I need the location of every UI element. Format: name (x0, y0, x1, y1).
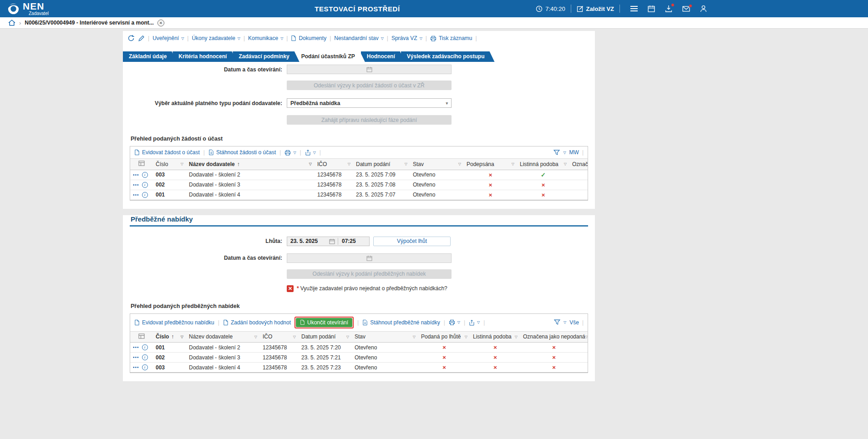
table-row[interactable]: •••i 001 Dodavatel - školení 2 12345678 … (130, 343, 588, 353)
filter-icon[interactable]: ▽ (585, 335, 588, 339)
vypocet-lhut-button[interactable]: Výpočet lhůt (373, 237, 451, 246)
filter-icon[interactable]: ▽ (309, 162, 312, 166)
calendar-button[interactable] (648, 5, 655, 12)
column-header-oznacena[interactable]: Označena jako nepodaná▽ (520, 332, 588, 343)
row-actions-icon[interactable]: ••• (133, 172, 139, 177)
export-table-button[interactable]: ▽ (469, 319, 480, 326)
filter-icon[interactable]: ▽ (405, 162, 407, 166)
menu-tisk-zaznamu[interactable]: Tisk záznamu (430, 35, 472, 41)
menu-sprava-vz[interactable]: Správa VZ▽ (391, 35, 422, 41)
profile-button[interactable] (700, 5, 707, 12)
nen-logo[interactable]: NEN Zadavatel (0, 1, 49, 16)
filter-icon[interactable]: ▽ (181, 335, 183, 339)
info-icon[interactable]: i (142, 344, 148, 350)
send-prelim-invite-button[interactable]: Odeslání výzvy k podání předběžných nabí… (287, 269, 452, 279)
messages-button[interactable] (682, 6, 690, 12)
view-selector[interactable]: Vše (569, 319, 579, 326)
filter-icon[interactable]: ▽ (293, 335, 296, 339)
filter-icon[interactable]: ▽ (181, 162, 183, 166)
filter-icon[interactable]: ▽ (564, 162, 567, 166)
breadcrumb-current[interactable]: N006/25/V00004949 - Interiérové servisní… (25, 20, 154, 26)
print-table-button[interactable]: ▽ (449, 319, 460, 325)
info-icon[interactable]: i (142, 182, 148, 188)
table-row[interactable]: •••i 001 Dodavatel - školení 4 12345678 … (130, 190, 588, 200)
info-icon[interactable]: i (142, 364, 148, 370)
column-header-cislo[interactable]: Číslo↑▽ (153, 332, 186, 343)
column-header-nazev[interactable]: Název dodavatele↑▽ (186, 159, 315, 170)
menu-nestandardni-stav[interactable]: Nestandardní stav▽ (334, 35, 384, 41)
menu-button[interactable] (630, 6, 638, 11)
evidovat-zadost-button[interactable]: Evidovat žádost o účast (134, 149, 200, 156)
filter-icon[interactable]: ▽ (348, 162, 350, 166)
chevron-down-icon[interactable]: ▽ (563, 151, 566, 155)
column-header-datum[interactable]: Datum podání▽ (299, 332, 352, 343)
row-actions-icon[interactable]: ••• (133, 345, 139, 350)
column-header-stav[interactable]: Stav▽ (410, 159, 464, 170)
column-header-listinna[interactable]: Listinná podoba▽ (517, 159, 569, 170)
info-icon[interactable]: i (142, 172, 148, 178)
home-icon[interactable] (8, 20, 15, 26)
deadline-date-input[interactable] (287, 238, 329, 244)
zalozit-vz-button[interactable]: Založit VZ (577, 5, 614, 12)
tab-hodnoceni[interactable]: Hodnocení (361, 51, 405, 62)
column-header-stav[interactable]: Stav▽ (352, 332, 418, 343)
column-header-podana[interactable]: Podaná po lhůtě▽ (418, 332, 470, 343)
filter-icon[interactable]: ▽ (413, 335, 416, 339)
tab-zadavaci-podminky[interactable]: Zadávací podmínky (233, 51, 299, 62)
deadline-time-input[interactable] (338, 238, 360, 244)
column-header-datum[interactable]: Datum podání▽ (353, 159, 410, 170)
row-actions-icon[interactable]: ••• (133, 182, 139, 187)
filter-icon[interactable]: ▽ (515, 335, 518, 339)
column-header-ico[interactable]: IČO▽ (260, 332, 299, 343)
column-settings-header[interactable] (130, 332, 153, 343)
open-datetime-input[interactable] (287, 65, 452, 74)
print-table-button[interactable]: ▽ (284, 150, 296, 156)
tab-podani-ucastniku-zp[interactable]: Podání účastníků ZP (295, 51, 365, 62)
menu-uverejneni[interactable]: Uveřejnění▽ (152, 35, 184, 41)
filter-icon[interactable]: ▽ (254, 335, 257, 339)
filter-icon[interactable]: ▽ (465, 335, 467, 339)
filter-funnel-icon[interactable] (554, 319, 560, 325)
table-row[interactable]: •••i 002 Dodavatel - školení 3 12345678 … (130, 353, 588, 363)
zadani-bodovych-hodnot-button[interactable]: Zadání bodových hodnot (223, 319, 291, 326)
stahnout-nabidky-button[interactable]: Stáhnout předběžné nabídky (362, 319, 440, 326)
chevron-down-icon[interactable]: ▽ (563, 320, 566, 324)
menu-dokumenty[interactable]: Dokumenty (291, 35, 326, 41)
filter-icon[interactable]: ▽ (512, 162, 514, 166)
edit-pencil-icon[interactable] (138, 35, 145, 42)
view-selector[interactable]: MW (569, 149, 579, 156)
row-actions-icon[interactable]: ••• (133, 192, 139, 197)
column-header-oznacena[interactable]: Označ (569, 159, 588, 170)
submission-type-select[interactable]: Předběžná nabídka ▾ (287, 98, 452, 108)
column-header-ico[interactable]: IČO▽ (315, 159, 353, 170)
column-header-cislo[interactable]: Číslo▽ (153, 159, 186, 170)
ukoncit-oteviani-button[interactable]: Ukončit otevírání (296, 318, 352, 327)
send-request-invite-button[interactable]: Odeslání výzvy k podání žádostí o účast … (287, 81, 452, 90)
filter-icon[interactable]: ▽ (458, 162, 461, 166)
info-icon[interactable]: i (142, 192, 148, 198)
downloads-button[interactable] (665, 5, 672, 12)
filter-funnel-icon[interactable] (553, 150, 560, 156)
tab-vysledek[interactable]: Výsledek zadávacího postupu (401, 51, 495, 62)
evidovat-nabidku-button[interactable]: Evidovat předběžnou nabídku (134, 319, 214, 326)
tab-zakladni-udaje[interactable]: Základní údaje (123, 51, 177, 62)
calendar-icon[interactable] (329, 238, 335, 244)
export-table-button[interactable]: ▽ (305, 149, 316, 156)
table-row[interactable]: •••i 003 Dodavatel - školení 4 12345678 … (130, 363, 588, 373)
next-phase-button[interactable]: Zahájit přípravu následující fáze podání (287, 115, 452, 125)
row-actions-icon[interactable]: ••• (133, 355, 139, 360)
column-header-listinna[interactable]: Listinná podoba▽ (470, 332, 520, 343)
menu-ukony-zadavatele[interactable]: Úkony zadavatele▽ (192, 35, 240, 41)
column-header-podepsana[interactable]: Podepsána▽ (464, 159, 517, 170)
table-row[interactable]: •••i 003 Dodavatel - školení 2 12345678 … (130, 170, 588, 180)
column-header-nazev[interactable]: Název dodavatele▽ (186, 332, 260, 343)
column-settings-header[interactable] (130, 159, 153, 170)
table-row[interactable]: •••i 002 Dodavatel - školení 3 12345678 … (130, 180, 588, 190)
open-datetime-input[interactable] (287, 253, 452, 263)
stahnout-zadosti-button[interactable]: Stáhnout žádosti o účast (208, 149, 276, 156)
filter-icon[interactable]: ▽ (346, 335, 349, 339)
info-icon[interactable]: i (142, 354, 148, 360)
red-cross-flag-icon[interactable]: ✕ (287, 285, 294, 292)
refresh-icon[interactable] (127, 35, 135, 42)
row-actions-icon[interactable]: ••• (133, 365, 139, 370)
